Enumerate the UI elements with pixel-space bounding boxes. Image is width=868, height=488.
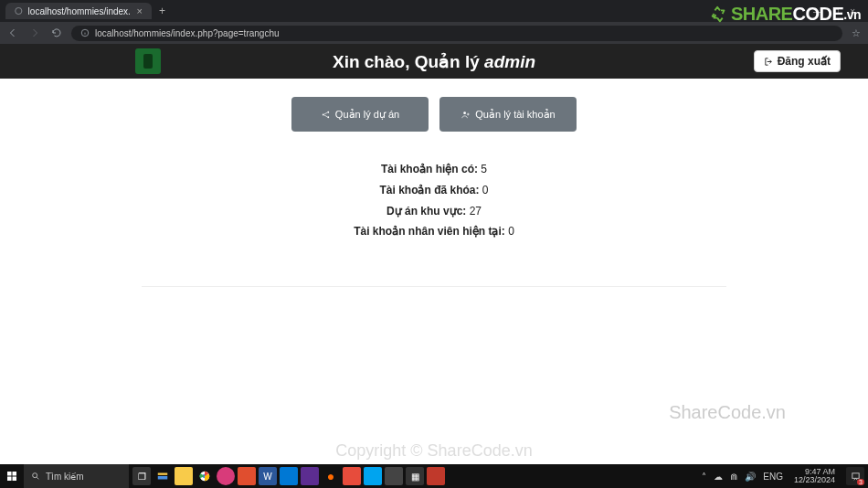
svg-rect-18 [852,472,858,478]
taskbar-app[interactable] [427,467,445,485]
stat-row: Tài khoản nhân viên hiện tại: 0 [142,221,726,242]
taskbar-app[interactable] [280,467,298,485]
page-title: Xin chào, Quản lý admin [333,51,535,72]
svg-rect-15 [158,476,168,480]
logout-button[interactable]: Đăng xuất [754,50,841,72]
taskbar-app[interactable]: ❐ [132,467,151,485]
back-icon[interactable] [7,27,18,38]
svg-rect-14 [158,473,168,475]
taskbar-app[interactable] [385,467,403,485]
watermark-copyright: Copyright © ShareCode.vn [335,441,532,461]
app-header: Xin chào, Quản lý admin Đăng xuất [0,44,868,79]
globe-icon [15,6,23,16]
close-icon[interactable]: × [137,5,143,16]
svg-point-4 [323,113,324,115]
svg-point-5 [327,111,329,112]
taskbar-app[interactable] [153,467,172,485]
search-icon [31,472,40,481]
address-bar-row: localhost/hommies/index.php?page=trangch… [0,22,868,44]
svg-point-6 [327,116,329,118]
taskbar-search[interactable]: Tìm kiếm [24,464,129,488]
system-tray: ˄ ☁ ⋒ 🔊 ENG 9:47 AM 12/23/2024 3 [702,467,868,485]
notification-button[interactable]: 3 [846,467,864,485]
taskbar-apps: ❐ W ● ▦ [132,464,445,488]
windows-icon [6,471,17,482]
stats-list: Tài khoản hiện có: 5 Tài khoản đã khóa: … [142,159,726,270]
tray-wifi-icon[interactable]: ⋒ [730,472,737,482]
taskbar-app[interactable] [301,467,319,485]
stats-card: Tài khoản hiện có: 5 Tài khoản đã khóa: … [142,159,726,286]
taskbar-app[interactable] [175,467,193,485]
stat-row: Dự án khu vực: 27 [142,201,726,222]
tray-lang[interactable]: ENG [763,472,783,482]
svg-rect-11 [13,477,17,482]
bookmark-icon[interactable]: ☆ [852,27,861,39]
start-button[interactable] [0,471,24,482]
main-content: Quản lý dự án Quản lý tài khoản Tài khoả… [0,79,868,286]
svg-rect-9 [13,472,17,476]
svg-point-7 [464,111,467,114]
taskbar-app[interactable] [364,467,382,485]
logout-icon [764,57,774,67]
taskbar-app[interactable] [217,467,235,485]
watermark-text: ShareCode.vn [669,402,786,423]
taskbar-app[interactable]: W [259,467,277,485]
windows-taskbar: Tìm kiếm ❐ W ● ▦ ˄ ☁ ⋒ 🔊 ENG 9:47 AM 12/… [0,464,868,488]
taskbar-app[interactable]: ▦ [406,467,424,485]
svg-point-0 [16,7,22,14]
manage-projects-button[interactable]: Quản lý dự án [291,97,429,132]
info-icon [80,28,90,37]
sharecode-watermark-logo: SHARECODE.vn [709,4,861,25]
taskbar-app[interactable] [238,467,256,485]
address-bar[interactable]: localhost/hommies/index.php?page=trangch… [71,26,842,41]
recycle-icon [709,5,729,25]
user-plus-icon [460,110,471,120]
reload-icon[interactable] [51,27,62,38]
taskbar-app[interactable]: ● [322,467,340,485]
share-icon [321,110,331,120]
svg-rect-10 [7,477,12,482]
stat-row: Tài khoản đã khóa: 0 [142,180,726,201]
stat-row: Tài khoản hiện có: 5 [142,159,726,180]
browser-tab[interactable]: localhost/hommies/index.php × [5,3,152,19]
forward-icon[interactable] [29,27,40,38]
svg-line-13 [37,477,38,479]
tray-cloud-icon[interactable]: ☁ [714,472,723,482]
svg-point-12 [33,473,37,478]
app-logo[interactable] [135,48,161,74]
taskbar-clock[interactable]: 9:47 AM 12/23/2024 [790,468,839,484]
new-tab-button[interactable]: + [159,5,165,17]
svg-rect-8 [7,472,12,476]
nav-buttons [7,27,62,38]
taskbar-app[interactable] [196,467,214,485]
tray-volume-icon[interactable]: 🔊 [745,472,756,482]
taskbar-app[interactable] [343,467,361,485]
manage-accounts-button[interactable]: Quản lý tài khoản [439,97,577,132]
url-text: localhost/hommies/index.php?page=trangch… [95,28,280,38]
action-buttons-row: Quản lý dự án Quản lý tài khoản [0,97,868,132]
tray-chevron-icon[interactable]: ˄ [702,472,706,482]
tab-title: localhost/hommies/index.php [28,6,130,16]
